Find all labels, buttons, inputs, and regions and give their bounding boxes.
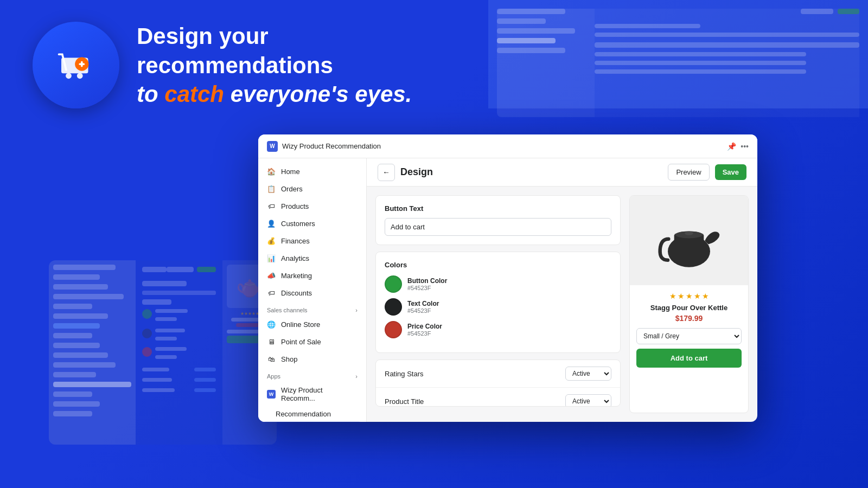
customers-icon: 👤: [267, 219, 276, 228]
sales-channels-expand[interactable]: ›: [355, 307, 358, 313]
app-icon-small: W: [267, 141, 278, 152]
price-color-row: Price Color #54523F: [385, 321, 611, 338]
star-1: ★: [669, 292, 676, 300]
star-3: ★: [686, 292, 693, 300]
more-icon[interactable]: •••: [741, 142, 749, 151]
discounts-icon: 🏷: [267, 288, 276, 297]
design-header-left: ← Design: [378, 164, 433, 181]
hero-title-line2: recommendations: [137, 52, 412, 79]
add-to-cart-button[interactable]: Add to cart: [636, 349, 742, 368]
text-color-swatch[interactable]: [385, 298, 402, 316]
sidebar-item-analytics[interactable]: 📊 Analytics: [258, 249, 366, 267]
apps-label: Apps ›: [258, 368, 366, 382]
svg-rect-5: [81, 61, 83, 67]
sidebar-sub-recommendation[interactable]: Recommendation: [258, 407, 366, 421]
window-title-text: Wizy Product Recommendation: [282, 142, 723, 150]
product-image-kettle: [654, 206, 724, 276]
sidebar-item-shop[interactable]: 🛍 Shop: [258, 350, 366, 368]
window-actions: 📌 •••: [727, 142, 749, 151]
online-store-icon: 🌐: [267, 320, 276, 329]
orders-icon: 📋: [267, 184, 276, 193]
background-ghost-top-right: [488, 0, 868, 108]
design-header: ← Design Preview Save: [367, 158, 757, 187]
product-image-area: [630, 196, 748, 285]
main-content: ← Design Preview Save Button Text: [367, 158, 757, 422]
product-title-label: Product Title: [385, 397, 424, 406]
apps-expand[interactable]: ›: [355, 373, 358, 380]
cart-icon: [52, 41, 100, 89]
home-icon: 🏠: [267, 167, 276, 176]
back-button[interactable]: ←: [378, 164, 395, 181]
toggle-product-title: Product Title Active: [376, 388, 620, 407]
sidebar-item-orders[interactable]: 📋 Orders: [258, 180, 366, 197]
star-rating: ★ ★ ★ ★ ★: [636, 292, 742, 300]
hero-catch-suffix: everyone's eyes.: [224, 81, 412, 107]
shop-icon: 🛍: [267, 355, 276, 363]
ghost-sidebar: [497, 9, 595, 117]
sidebar-item-products[interactable]: 🏷 Products: [258, 197, 366, 215]
preview-button[interactable]: Preview: [668, 164, 709, 181]
toggle-section: Rating Stars Active Product Title Active: [375, 359, 621, 407]
button-text-section: Button Text: [375, 195, 621, 245]
button-color-hex: #54523F: [407, 285, 447, 291]
pos-icon: 🖥: [267, 337, 276, 346]
form-panel: Button Text Colors Button Color #54523F: [375, 195, 621, 413]
price-color-hex: #54523F: [407, 330, 442, 337]
button-color-swatch[interactable]: [385, 275, 402, 293]
hero-section: Design your recommendations to catch eve…: [33, 22, 412, 108]
sidebar-item-pos[interactable]: 🖥 Point of Sale: [258, 333, 366, 350]
star-4: ★: [694, 292, 701, 300]
pin-icon[interactable]: 📌: [727, 142, 736, 151]
svg-point-2: [77, 73, 83, 79]
hero-text: Design your recommendations to catch eve…: [137, 23, 412, 108]
svg-point-1: [66, 73, 72, 79]
variant-select[interactable]: Small / Grey: [636, 328, 742, 344]
save-button[interactable]: Save: [715, 164, 746, 180]
analytics-icon: 📊: [267, 254, 276, 262]
sidebar-item-marketing[interactable]: 📣 Marketing: [258, 267, 366, 284]
background-ghost-bottom-left: 🫖 ★★★★★: [49, 260, 277, 445]
text-color-hex: #54523F: [407, 307, 439, 314]
sidebar-sub-design[interactable]: Design: [263, 421, 362, 422]
hero-catch-word: catch: [164, 81, 224, 107]
products-icon: 🏷: [267, 202, 276, 210]
sidebar-item-home[interactable]: 🏠 Home: [258, 163, 366, 180]
rating-stars-select[interactable]: Active: [565, 367, 611, 381]
text-color-label: Text Color: [407, 300, 439, 307]
sidebar: 🏠 Home 📋 Orders 🏷 Products 👤 Customers 💰…: [258, 158, 367, 422]
toggle-rating-stars: Rating Stars Active: [376, 360, 620, 388]
button-color-info: Button Color #54523F: [407, 277, 447, 291]
design-title: Design: [400, 166, 433, 178]
price-color-swatch[interactable]: [385, 321, 402, 338]
ghost-content: [595, 9, 859, 117]
sidebar-item-customers[interactable]: 👤 Customers: [258, 215, 366, 232]
marketing-icon: 📣: [267, 271, 276, 280]
colors-label: Colors: [385, 261, 611, 269]
star-5: ★: [702, 292, 709, 300]
sales-channels-label: Sales channels ›: [258, 301, 366, 316]
price-color-label: Price Color: [407, 323, 442, 330]
sidebar-item-discounts[interactable]: 🏷 Discounts: [258, 284, 366, 301]
rating-stars-label: Rating Stars: [385, 370, 424, 378]
sidebar-item-wizy[interactable]: W Wizy Product Recomm...: [258, 382, 366, 407]
finances-icon: 💰: [267, 236, 276, 245]
product-title-select[interactable]: Active: [565, 394, 611, 407]
colors-section: Colors Button Color #54523F Text Color: [375, 252, 621, 353]
price-color-info: Price Color #54523F: [407, 323, 442, 337]
window-body: 🏠 Home 📋 Orders 🏷 Products 👤 Customers 💰…: [258, 158, 757, 422]
hero-catch-line: to catch everyone's eyes.: [137, 81, 412, 107]
button-color-label: Button Color: [407, 277, 447, 285]
ghost-left-sidebar: [49, 260, 136, 445]
button-text-input[interactable]: [385, 218, 611, 236]
sidebar-item-online-store[interactable]: 🌐 Online Store: [258, 316, 366, 333]
main-window: W Wizy Product Recommendation 📌 ••• 🏠 Ho…: [258, 134, 757, 422]
design-body: Button Text Colors Button Color #54523F: [367, 187, 757, 422]
text-color-row: Text Color #54523F: [385, 298, 611, 316]
star-2: ★: [678, 292, 685, 300]
svg-point-10: [685, 232, 693, 235]
product-name: Stagg Pour Over Kettle: [636, 304, 742, 312]
preview-panel: ★ ★ ★ ★ ★ Stagg Pour Over Kettle $179.99…: [629, 195, 749, 413]
button-color-row: Button Color #54523F: [385, 275, 611, 293]
hero-title-line1: Design your: [137, 23, 412, 50]
sidebar-item-finances[interactable]: 💰 Finances: [258, 232, 366, 249]
